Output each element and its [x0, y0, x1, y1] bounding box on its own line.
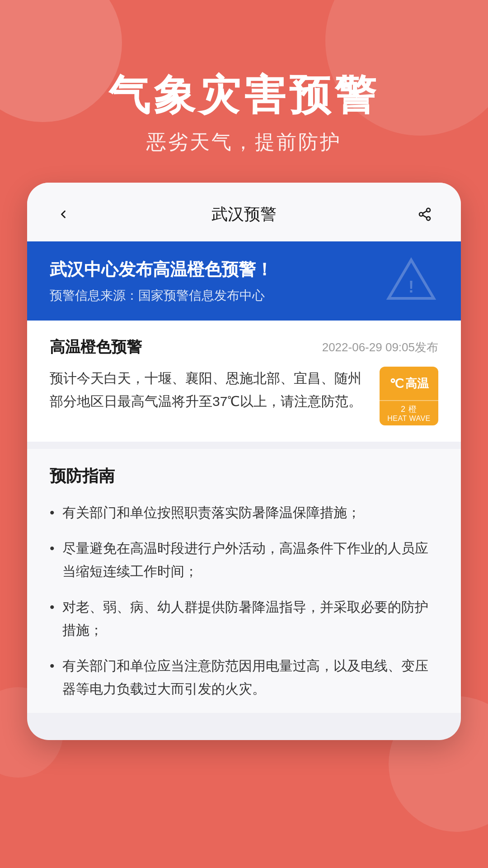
svg-text:!: !	[408, 278, 414, 296]
alert-warning-icon: !	[384, 255, 438, 307]
prevention-list-item: 对老、弱、病、幼人群提供防暑降温指导，并采取必要的防护措施；	[50, 595, 438, 654]
prevention-list-item: 尽量避免在高温时段进行户外活动，高温条件下作业的人员应当缩短连续工作时间；	[50, 537, 438, 595]
badge-level-label: 2 橙	[401, 404, 417, 415]
alert-type-label: 高温橙色预警	[50, 337, 142, 358]
svg-line-3	[422, 215, 427, 217]
prevention-list-item: 有关部门和单位按照职责落实防暑降温保障措施；	[50, 501, 438, 537]
prevention-title: 预防指南	[50, 465, 438, 487]
alert-source-prefix: 预警信息来源：	[50, 288, 138, 302]
alert-banner-title: 武汉中心发布高温橙色预警！	[50, 258, 438, 282]
header-section: 气象灾害预警 恶劣天气，提前防护	[0, 0, 488, 183]
alert-banner-source: 预警信息来源：国家预警信息发布中心	[50, 287, 438, 304]
alert-time-label: 2022-06-29 09:05发布	[322, 340, 438, 355]
back-button[interactable]	[50, 201, 77, 228]
card-page-title: 武汉预警	[211, 203, 277, 226]
card-topbar: 武汉预警	[27, 183, 461, 241]
sub-title: 恶劣天气，提前防护	[0, 129, 488, 156]
alert-detail-text: 预计今天白天，十堰、襄阳、恩施北部、宜昌、随州部分地区日最高气温将升至37℃以上…	[50, 367, 366, 413]
phone-card: 武汉预警 武汉中心发布高温橙色预警！ 预警信息来源：国家预警信息发布中心 !	[27, 183, 461, 740]
alert-detail-section: 高温橙色预警 2022-06-29 09:05发布 预计今天白天，十堰、襄阳、恩…	[27, 321, 461, 442]
main-title: 气象灾害预警	[0, 72, 488, 118]
share-button[interactable]	[411, 201, 438, 228]
badge-top-text: 高温	[405, 377, 429, 390]
svg-line-4	[422, 211, 427, 213]
alert-content-row: 预计今天白天，十堰、襄阳、恩施北部、宜昌、随州部分地区日最高气温将升至37℃以上…	[50, 367, 438, 425]
badge-bottom: 2 橙 HEAT WAVE	[380, 400, 438, 425]
badge-heat-wave-text: HEAT WAVE	[387, 415, 430, 423]
badge-temp-symbol: ℃	[389, 376, 404, 391]
alert-source-name: 国家预警信息发布中心	[138, 288, 265, 302]
prevention-list-item: 有关部门和单位应当注意防范因用电量过高，以及电线、变压器等电力负载过大而引发的火…	[50, 654, 438, 713]
heat-wave-badge: ℃ 高温 2 橙 HEAT WAVE	[380, 367, 438, 425]
prevention-section: 预防指南 有关部门和单位按照职责落实防暑降温保障措施；尽量避免在高温时段进行户外…	[27, 449, 461, 713]
section-divider	[27, 442, 461, 449]
badge-top: ℃ 高温	[380, 367, 438, 400]
prevention-list: 有关部门和单位按照职责落实防暑降温保障措施；尽量避免在高温时段进行户外活动，高温…	[50, 501, 438, 713]
alert-detail-header: 高温橙色预警 2022-06-29 09:05发布	[50, 337, 438, 358]
alert-banner: 武汉中心发布高温橙色预警！ 预警信息来源：国家预警信息发布中心 !	[27, 241, 461, 321]
